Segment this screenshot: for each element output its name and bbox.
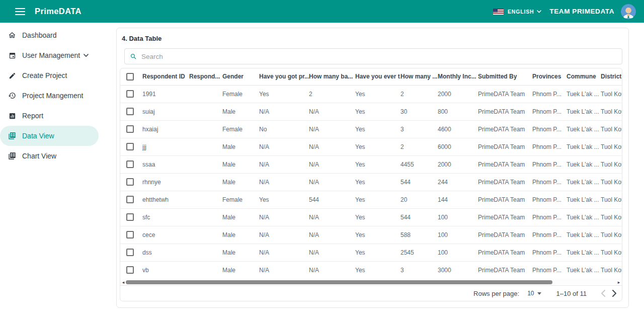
chevron-down-icon [84,54,89,57]
team-name: TEAM PRIMEDATA [549,8,614,15]
table-cell: Tuek L'ak ... [567,244,601,261]
table-cell: 6000 [438,138,478,155]
table-cell: PrimeDATA Team [478,244,532,261]
row-checkbox[interactable] [126,249,134,256]
select-all-checkbox[interactable] [126,73,134,81]
search-box[interactable] [124,48,622,64]
sidebar-item-project-management[interactable]: Project Mangement [0,86,99,106]
column-header[interactable]: Commune [567,68,601,85]
table-cell: Tuek L'ak ... [567,261,601,279]
hamburger-icon[interactable] [15,8,25,15]
table-cell: PrimeDATA Team [478,191,532,208]
table-cell: PrimeDATA Team [478,155,532,173]
table-row[interactable]: hxaiajFemaleNoN/AYes34600PrimeDATA TeamP… [120,120,622,138]
table-cell: 100 [438,226,478,244]
column-header[interactable]: How many ba... [309,68,355,85]
sidebar-item-dashboard[interactable]: Dashboard [0,25,99,45]
table-cell: Female [222,191,259,208]
search-input[interactable] [141,53,617,60]
table-cell: N/A [309,173,355,191]
table-cell: 144 [438,191,478,208]
table-cell [189,120,222,138]
row-checkbox[interactable] [126,161,134,168]
column-header[interactable]: How many ... [400,68,438,85]
previous-page-button[interactable] [601,290,605,297]
table-cell: 2 [400,85,438,103]
row-checkbox[interactable] [126,143,134,150]
table-row[interactable]: ceceMaleN/AN/AYes588100PrimeDATA TeamPhn… [120,226,622,244]
horizontal-scrollbar[interactable]: ◂ ▸ [120,279,622,286]
table-cell: Male [222,138,259,155]
row-checkbox[interactable] [126,266,134,274]
row-checkbox[interactable] [126,196,134,203]
table-cell: Yes [355,244,400,261]
table-cell: Phnom P... [532,155,567,173]
column-header[interactable]: Respond... [189,68,222,85]
sidebar-item-label: User Management [22,51,80,59]
table-cell: Male [222,208,259,226]
table-cell: N/A [309,208,355,226]
table-cell: N/A [259,208,309,226]
column-header[interactable]: Have you ever t... [355,68,400,85]
scroll-right-arrow-icon[interactable]: ▸ [616,280,621,285]
scroll-left-arrow-icon[interactable]: ◂ [121,280,126,285]
table-cell: N/A [309,244,355,261]
table-cell: PrimeDATA Team [478,85,532,103]
table-cell: Yes [355,85,400,103]
table-row[interactable]: ssaaMaleN/AN/AYes44552000PrimeDATA TeamP… [120,155,622,173]
sidebar-item-label: Data View [22,132,54,140]
sidebar-item-user-management[interactable]: User Management [0,45,99,65]
table-row[interactable]: rhnnyeMaleN/AN/AYes544244PrimeDATA TeamP… [120,173,622,191]
table-cell: 2000 [438,155,478,173]
column-header[interactable]: District [601,68,622,85]
row-checkbox[interactable] [126,90,134,98]
sidebar-item-create-project[interactable]: Create Project [0,65,99,86]
column-header[interactable]: Monthly Inc... [438,68,478,85]
sidebar-item-label: Dashboard [22,31,57,39]
table-cell: N/A [259,173,309,191]
sidebar-item-chart-view[interactable]: Chart View [0,146,99,166]
table-row[interactable]: vbMaleN/AN/AYes33000PrimeDATA TeamPhnom … [120,261,622,279]
table-cell [189,155,222,173]
table-cell: N/A [309,226,355,244]
table-cell: Yes [355,103,400,120]
table-cell: Tuek L'ak ... [567,85,601,103]
sidebar-item-label: Create Project [22,71,67,79]
column-header[interactable]: Gender [222,68,259,85]
row-checkbox[interactable] [126,108,134,115]
row-checkbox[interactable] [126,231,134,238]
page-title: 4. Data Table [122,35,628,42]
rows-per-page-select[interactable]: 10 [527,290,541,297]
table-cell: Phnom P... [532,85,567,103]
column-header[interactable]: Have you got pr... [259,68,309,85]
column-header[interactable]: Provinces [532,68,567,85]
language-selector[interactable]: ENGLISH [493,9,541,15]
table-row[interactable]: 1991FemaleYes2Yes22000PrimeDATA TeamPhno… [120,85,622,103]
avatar[interactable] [621,4,636,19]
table-wrap: Respondent IDRespond...GenderHave you go… [120,68,622,279]
history-icon [8,92,16,100]
table-row[interactable]: suiajMaleN/AN/AYes30800PrimeDATA TeamPhn… [120,103,622,120]
column-header[interactable]: Submitted By [478,68,532,85]
table-row[interactable]: dssMaleN/AN/AYes2545100PrimeDATA TeamPhn… [120,244,622,261]
table-cell [189,103,222,120]
next-page-button[interactable] [612,290,617,297]
sidebar-item-report[interactable]: Report [0,106,99,126]
table-cell: 2000 [438,85,478,103]
table-row[interactable]: jjjMaleN/AN/AYes26000PrimeDATA TeamPhnom… [120,138,622,155]
table-row[interactable]: sfcMaleN/AN/AYes544100PrimeDATA TeamPhno… [120,208,622,226]
row-checkbox[interactable] [126,178,134,186]
pagination-bar: Rows per page: 10 1–10 of 11 [120,286,622,301]
row-checkbox[interactable] [126,125,134,133]
table-cell [189,261,222,279]
home-icon [8,31,16,39]
column-header[interactable]: Respondent ID [142,68,189,85]
table-cell [189,208,222,226]
scrollbar-thumb[interactable] [126,280,552,284]
table-cell: Female [222,120,259,138]
table-row[interactable]: ehtthetwhFemaleYes544Yes20144PrimeDATA T… [120,191,622,208]
sidebar-item-data-view[interactable]: Data View [0,126,99,146]
row-checkbox[interactable] [126,213,134,221]
table-paper: Respondent IDRespond...GenderHave you go… [120,68,622,301]
table-cell: Tuek L'ak ... [567,191,601,208]
